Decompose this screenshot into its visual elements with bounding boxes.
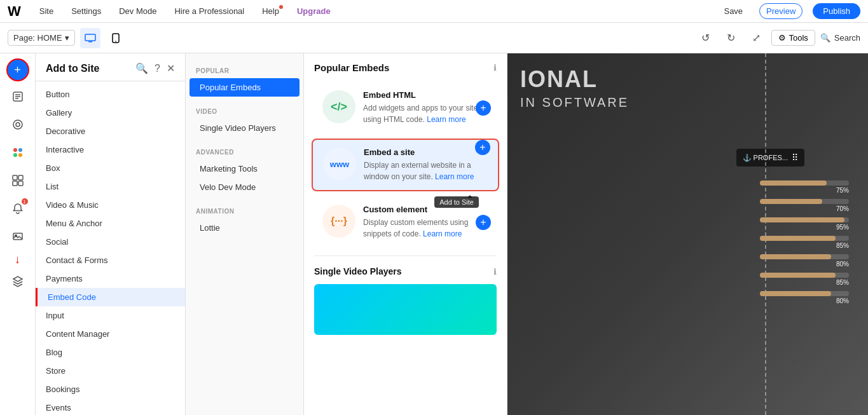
wix-logo: W [8,3,20,20]
media-button[interactable] [5,224,31,249]
preview-button[interactable]: Preview [759,3,803,19]
mobile-view-button[interactable] [106,28,126,48]
nav-upgrade[interactable]: Upgrade [293,4,334,18]
embed-html-icon: </> [322,90,355,123]
embed-site-add-button[interactable]: + [475,140,490,155]
add-to-site-panel: Add to Site 🔍 ? ✕ Button Gallery Decorat… [36,53,186,415]
list-item-blog[interactable]: Blog [36,343,185,362]
nav-help[interactable]: Help [258,4,283,18]
cat-velo-dev-mode[interactable]: Velo Dev Mode [189,178,300,196]
list-item-decorative[interactable]: Decorative [36,122,185,140]
undo-button[interactable]: ↺ [695,28,715,48]
embed-custom-learn-more[interactable]: Learn more [423,229,462,238]
theme-button[interactable] [5,140,31,165]
search-label: Search [834,33,860,43]
embed-site-desc: Display an external website in a window … [364,160,488,182]
layers-button[interactable] [5,269,31,294]
list-item-embed-code[interactable]: Embed Code [36,288,185,306]
list-item-contact-forms[interactable]: Contact & Forms [36,251,185,269]
tools-icon: ⚙ [778,33,786,43]
cat-popular-embeds[interactable]: Popular Embeds [189,78,300,97]
svg-rect-14 [13,175,17,180]
video-placeholder [314,284,497,335]
svg-rect-16 [13,181,17,186]
content-panel: Popular Embeds ℹ </> Embed HTML Add widg… [304,53,507,415]
embed-html-add-button[interactable]: + [476,100,491,116]
list-item-menu-anchor[interactable]: Menu & Anchor [36,214,185,233]
main-area: + 1 ↓ Add to Site 🔍 ? [0,53,868,415]
skills-section: 75% 70% 95% 85% 80% [760,180,849,310]
notifications-button[interactable]: 1 [5,196,31,221]
embed-site-text: Embed a site Display an external website… [364,147,488,182]
canvas-background: IONAL IN SOFTWARE ⚓ PROFES... ⠿ 75% 70% [507,53,868,415]
apps-button[interactable] [5,168,31,193]
embed-html-text: Embed HTML Add widgets and apps to your … [363,90,488,125]
list-item-interactive[interactable]: Interactive [36,140,185,159]
canvas-subheading: IN SOFTWARE [520,95,629,110]
search-button[interactable]: 🔍 Search [820,33,860,43]
redo-button[interactable]: ↻ [720,28,741,48]
page-selector[interactable]: Page: HOME ▾ [8,30,75,46]
content-info-icon[interactable]: ℹ [493,63,497,72]
nav-hire[interactable]: Hire a Professional [170,4,248,18]
cat-marketing-tools[interactable]: Marketing Tools [189,160,300,178]
tools-label: Tools [789,33,808,43]
skill-row-1: 75% [760,180,849,194]
list-item-box[interactable]: Box [36,159,185,177]
panel-close-icon[interactable]: ✕ [167,62,175,74]
skill-row-7: 80% [760,291,849,304]
panel-help-icon[interactable]: ? [155,63,160,74]
list-item-video-music[interactable]: Video & Music [36,196,185,214]
second-toolbar: Page: HOME ▾ ↺ ↻ ⤢ ⚙ Tools 🔍 Search [0,23,868,53]
design-button[interactable] [5,112,31,137]
publish-button[interactable]: Publish [813,3,860,19]
notification-badge: 1 [22,198,28,205]
embed-html-learn-more[interactable]: Learn more [427,115,465,124]
top-nav: W Site Settings Dev Mode Hire a Professi… [0,0,868,23]
list-item-list[interactable]: List [36,177,185,196]
list-item-content-manager[interactable]: Content Manager [36,325,185,343]
nav-site[interactable]: Site [36,4,57,18]
pages-button[interactable] [5,84,31,109]
svg-point-8 [13,120,22,129]
cat-lottie[interactable]: Lottie [189,219,300,237]
cat-animation-label: ANIMATION [186,201,303,219]
desktop-view-button[interactable] [80,28,100,48]
svg-rect-1 [88,41,92,43]
embed-html-card[interactable]: </> Embed HTML Add widgets and apps to y… [312,82,499,133]
chevron-down-icon: ▾ [65,33,69,43]
search-icon: 🔍 [820,33,830,43]
list-item-bookings[interactable]: Bookings [36,380,185,398]
list-item-button[interactable]: Button [36,85,185,104]
down-arrow-indicator: ↓ [15,253,20,266]
skill-row-2: 70% [760,199,849,212]
plus-icon: + [14,64,21,77]
panel-search-icon[interactable]: 🔍 [135,62,148,74]
list-item-payments[interactable]: Payments [36,269,185,288]
canvas-area: IONAL IN SOFTWARE ⚓ PROFES... ⠿ 75% 70% [507,53,868,415]
list-item-events[interactable]: Events [36,398,185,415]
content-title: Popular Embeds [314,62,389,73]
section-divider [314,255,497,256]
list-item-social[interactable]: Social [36,233,185,251]
embed-custom-add-button[interactable]: + [476,215,491,230]
video-section-info[interactable]: ℹ [493,267,497,276]
embed-site-learn-more[interactable]: Learn more [435,172,474,181]
zoom-fit-button[interactable]: ⤢ [746,28,766,48]
embed-html-desc: Add widgets and apps to your site using … [363,102,488,125]
skill-row-5: 80% [760,254,849,268]
save-button[interactable]: Save [717,4,749,18]
svg-point-3 [115,41,116,42]
embed-site-card[interactable]: www Embed a site Display an external web… [312,139,499,191]
list-item-gallery[interactable]: Gallery [36,104,185,122]
nav-settings[interactable]: Settings [67,4,105,18]
cat-video-label: VIDEO [186,102,303,119]
list-item-input[interactable]: Input [36,306,185,325]
nav-devmode[interactable]: Dev Mode [115,4,160,18]
cat-single-video[interactable]: Single Video Players [189,119,300,137]
embed-site-title: Embed a site [364,147,488,157]
add-elements-button[interactable]: + [6,58,29,81]
add-to-site-tooltip: Add to Site [434,196,479,208]
tools-menu[interactable]: ⚙ Tools [771,30,815,46]
list-item-store[interactable]: Store [36,362,185,380]
